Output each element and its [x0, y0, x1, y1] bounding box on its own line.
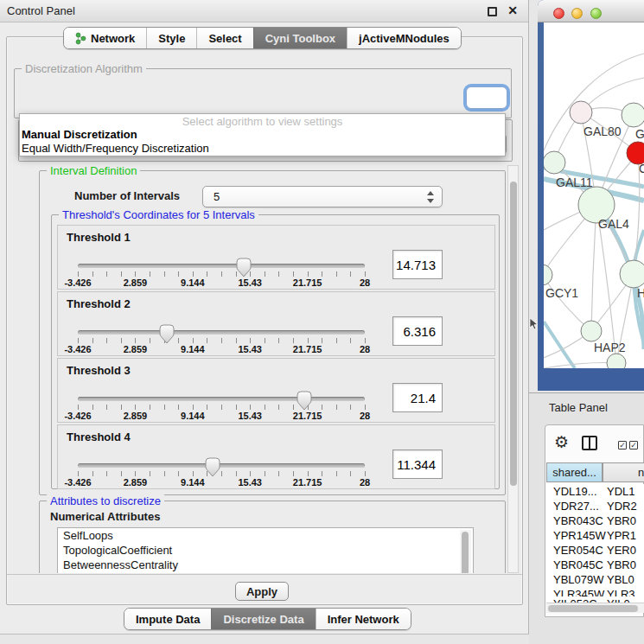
slider-thumb[interactable] — [236, 258, 252, 278]
slider-track[interactable] — [78, 264, 365, 268]
scrollbar-thumb[interactable] — [462, 532, 469, 573]
thresholds-group-title: Threshold's Coordinates for 5 Intervals — [59, 208, 258, 221]
slider-track[interactable] — [78, 397, 365, 401]
table-row[interactable]: YBR045CYBR0 — [546, 558, 644, 572]
slider-thumb[interactable] — [159, 324, 175, 345]
table-row[interactable]: YDL19...YDL1 — [546, 484, 644, 499]
checkbox-checked-icon[interactable]: ✓ — [618, 441, 627, 450]
column-header-shared-name[interactable]: shared... — [546, 462, 603, 482]
attributes-list-scrollbar[interactable] — [460, 530, 471, 573]
interval-definition-group: Interval Definition Number of Intervals … — [39, 170, 506, 495]
threshold-value-field[interactable]: 6.316 — [392, 316, 443, 346]
network-node[interactable] — [544, 265, 552, 285]
threshold-value-field[interactable]: 21.4 — [392, 383, 443, 412]
gear-icon[interactable]: ⚙ — [554, 432, 569, 452]
close-traffic-light-icon[interactable] — [553, 8, 564, 19]
table-row[interactable]: YER054CYER0 — [546, 543, 644, 558]
threshold-value-field[interactable]: 11.344 — [392, 450, 443, 479]
threshold-row: Threshold 1 -3.4262.8599.14415.4321.7152… — [57, 225, 495, 290]
tab-discretize-data[interactable]: Discretize Data — [211, 609, 315, 629]
thresholds-group: Threshold's Coordinates for 5 Intervals … — [51, 214, 500, 489]
minimize-traffic-light-icon[interactable] — [571, 8, 583, 19]
number-of-intervals-label: Number of Intervals — [74, 189, 180, 202]
node-label-gal80: GAL80 — [583, 124, 622, 138]
threshold-value-field[interactable]: 14.713 — [392, 250, 443, 279]
scrollbar-thumb[interactable] — [548, 605, 638, 612]
network-node[interactable] — [622, 103, 644, 127]
threshold-row: Threshold 4 -3.4262.8599.14415.4321.7152… — [57, 424, 495, 489]
table-horizontal-scrollbar[interactable] — [546, 603, 644, 613]
node-label-hap2: HAP2 — [594, 341, 626, 354]
close-icon[interactable]: ✕ — [507, 3, 518, 17]
node-table-card: ⚙ ✓ ✓ shared... na YDL19...YDL1 YDR27...… — [545, 424, 644, 617]
table-row[interactable]: YBR043CYBR0 — [546, 513, 644, 528]
slider-thumb[interactable] — [205, 457, 220, 478]
threshold-label: Threshold 4 — [67, 430, 131, 443]
node-label-gcy1: GCY1 — [545, 286, 578, 300]
threshold-label: Threshold 1 — [67, 231, 131, 244]
cyni-toolbox-panel: Discretization Algorithm Table Data galF… — [6, 36, 523, 605]
slider-ticks — [78, 471, 366, 476]
tab-infer-network[interactable]: Infer Network — [316, 609, 411, 629]
algorithm-dropdown-prompt[interactable]: Select algorithm to view settings — [20, 114, 505, 128]
threshold-row: Threshold 3 -3.4262.8599.14415.4321.7152… — [57, 358, 495, 423]
algorithm-option-manual[interactable]: Manual Discretization — [20, 128, 505, 142]
settings-scrollbar[interactable] — [507, 165, 519, 573]
tab-cyni-toolbox[interactable]: Cyni Toolbox — [253, 28, 347, 48]
table-row[interactable]: YDR27...YDR2 — [546, 499, 644, 513]
attribute-item[interactable]: BetweennessCentrality — [58, 558, 473, 572]
tab-style[interactable]: Style — [146, 28, 196, 48]
network-node[interactable] — [581, 321, 602, 341]
float-window-icon[interactable] — [488, 7, 497, 16]
network-window-titlebar — [538, 0, 644, 22]
checkbox-checked-icon[interactable]: ✓ — [629, 441, 638, 450]
number-of-intervals-combobox[interactable]: 5 — [202, 186, 443, 207]
network-canvas[interactable]: GAL80 GA GAL11 C GAL4 GCY1 H HAP2 — [544, 22, 644, 368]
tab-select[interactable]: Select — [196, 28, 252, 48]
node-label-gal4: GAL4 — [598, 217, 629, 231]
slider-track[interactable] — [78, 330, 365, 335]
table-row[interactable]: YBL079WYBL0 — [546, 572, 644, 587]
table-panel-title: Table Panel — [549, 401, 608, 414]
screen: Control Panel ✕ Network Style Select Cyn… — [0, 0, 644, 644]
node-label-partial-h: H — [637, 286, 644, 300]
attribute-item[interactable]: SelfLoops — [58, 528, 473, 543]
scrollbar-thumb[interactable] — [510, 182, 517, 486]
threshold-slider[interactable]: -3.4262.8599.14415.4321.71528 — [78, 328, 365, 354]
slider-thumb[interactable] — [296, 391, 312, 411]
zoom-traffic-light-icon[interactable] — [590, 8, 602, 19]
numerical-attributes-list: SelfLoops TopologicalCoefficient Between… — [57, 527, 474, 573]
tab-impute-data[interactable]: Impute Data — [124, 609, 211, 629]
threshold-label: Threshold 3 — [67, 364, 131, 377]
node-label-gal11: GAL11 — [556, 175, 593, 189]
threshold-slider[interactable]: -3.4262.8599.14415.4321.71528 — [78, 262, 365, 288]
table-panel-dock: Table Panel ⚙ ✓ ✓ shared... na YDL19...Y… — [529, 392, 644, 644]
number-of-intervals-value: 5 — [214, 190, 220, 203]
slider-ticks — [78, 271, 366, 277]
control-panel-titlebar: Control Panel ✕ — [0, 0, 528, 22]
network-node[interactable] — [607, 354, 626, 368]
tab-jactivemnodules[interactable]: jActiveMNodules — [347, 28, 461, 48]
table-row[interactable]: YPR145WYPR1 — [546, 528, 644, 543]
slider-track[interactable] — [78, 463, 365, 468]
threshold-slider[interactable]: -3.4262.8599.14415.4321.71528 — [78, 462, 365, 488]
attribute-item[interactable]: TopologicalCoefficient — [58, 543, 473, 558]
network-graph: GAL80 GA GAL11 C GAL4 GCY1 H HAP2 — [544, 22, 644, 368]
column-header-name[interactable]: na — [603, 462, 644, 482]
network-node[interactable] — [544, 151, 565, 174]
algorithm-combobox[interactable] — [466, 86, 507, 109]
network-node[interactable] — [620, 260, 644, 288]
numerical-attributes-label: Numerical Attributes — [50, 510, 160, 523]
tab-network[interactable]: Network — [64, 28, 146, 48]
network-node[interactable] — [570, 101, 592, 124]
network-icon — [75, 32, 86, 45]
panel-divider — [7, 574, 522, 575]
columns-icon[interactable] — [582, 436, 597, 450]
control-panel-tabbar: Network Style Select Cyni Toolbox jActiv… — [63, 27, 462, 49]
algorithm-option-equal-width[interactable]: Equal Width/Frequency Discretization — [20, 142, 505, 156]
control-panel-window: Control Panel ✕ Network Style Select Cyn… — [0, 0, 529, 634]
slider-ticks — [78, 338, 366, 343]
threshold-slider[interactable]: -3.4262.8599.14415.4321.71528 — [78, 395, 365, 421]
apply-button[interactable]: Apply — [235, 582, 289, 601]
node-label-partial-g: GA — [635, 127, 644, 141]
